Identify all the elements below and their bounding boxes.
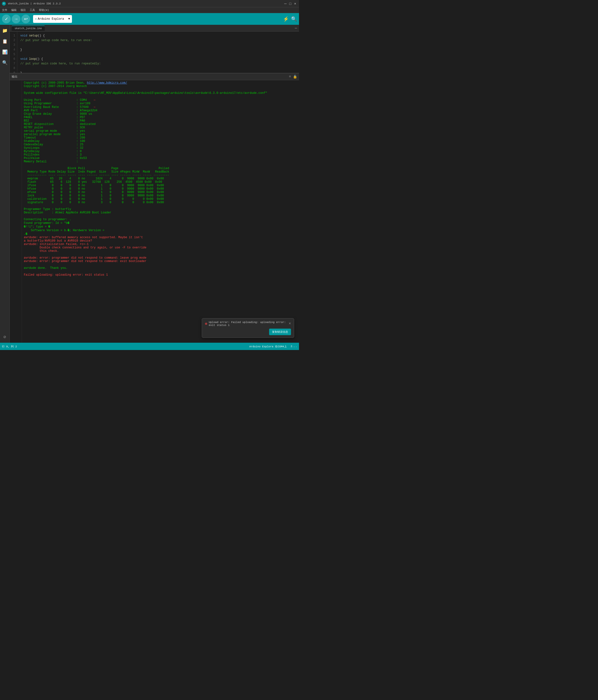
- output-line: AVR Part : ATmega32U4: [22, 109, 299, 112]
- output-label: 输出: [12, 75, 18, 79]
- output-line: serial program mode : yes: [22, 129, 299, 133]
- output-line: BS2 : PA0: [22, 119, 299, 123]
- menu-project[interactable]: 项目: [20, 8, 26, 12]
- toast-error-icon: ⊗: [205, 321, 207, 326]
- output-line: avrdude: initialization failed, rc=-1: [22, 243, 299, 246]
- output-line: Chip Erase delay : 9000 us: [22, 112, 299, 116]
- output-area: 输出 ≡ 🔒 Copyright (c) 2000-2005 Brian Dea…: [10, 73, 299, 343]
- output-line: Connecting to programmer: .: [22, 218, 299, 221]
- menu-tools[interactable]: 工具: [30, 8, 35, 12]
- output-line: Copyright (c) 2007-2014 Joerg Wunsch: [22, 84, 299, 88]
- status-position: 行 9, 列 2: [2, 345, 17, 348]
- output-line: .�: [22, 232, 299, 236]
- output-line: avrdude: error: programmer did not respo…: [22, 256, 299, 259]
- output-line: [22, 204, 299, 207]
- output-line: [22, 88, 299, 92]
- tab-more-button[interactable]: ⋯: [295, 26, 297, 31]
- serial-monitor-button[interactable]: ⚡: [283, 16, 289, 22]
- output-line: efuse 0 0 0 0 no 1 0 0 9000 9000 0x00 0x…: [22, 191, 299, 194]
- output-line: Programmer Type : butterfly: [22, 207, 299, 211]
- output-line: RETRY pulse : SCK: [22, 126, 299, 129]
- output-text-area[interactable]: Copyright (c) 2000-2005 Brian Dean, http…: [22, 80, 299, 343]
- output-line: SyncLoops : 32: [22, 146, 299, 150]
- toast-header: ⊗ Upload error: Failed uploading: upload…: [205, 321, 291, 327]
- output-line: [22, 163, 299, 167]
- board-selector[interactable]: ⬆ Arduino Esplora ▼: [33, 15, 72, 23]
- board-dropdown-icon: ▼: [68, 17, 70, 21]
- title-bar: A sketch_jun13a | Arduino IDE 2.3.2 ─ □ …: [0, 0, 299, 7]
- output-line: ByteDelay : 0: [22, 150, 299, 153]
- output-line: Timeout : 200: [22, 136, 299, 140]
- title-bar-controls[interactable]: ─ □ ×: [283, 2, 297, 6]
- board-icon: ⬆: [35, 17, 37, 21]
- sidebar-item-block[interactable]: ⊘: [1, 333, 9, 341]
- sidebar: 📁 📋 📊 🔍 ⊘: [0, 25, 10, 343]
- back-button[interactable]: ↩: [21, 15, 30, 23]
- output-gutter: [10, 80, 22, 343]
- output-line: CmdexeDelay : 25: [22, 143, 299, 146]
- minimize-button[interactable]: ─: [283, 2, 287, 6]
- board-name: Arduino Esplora: [38, 17, 64, 21]
- output-line: System wide configuration file is "C:\Us…: [22, 92, 299, 95]
- menu-edit[interactable]: 编辑: [11, 8, 17, 12]
- status-board: Arduino Esplora 在COM4上: [249, 345, 287, 348]
- main-area: sketch_jun13a.ino ⋯ 1 2 3 4 5 6 7 8 9 10…: [10, 25, 299, 343]
- title-bar-left: A sketch_jun13a | Arduino IDE 2.3.2: [2, 2, 61, 6]
- tab-bar: sketch_jun13a.ino ⋯: [10, 25, 299, 32]
- code-tab[interactable]: sketch_jun13a.ino: [12, 26, 45, 31]
- output-line: StabDelay : 100: [22, 140, 299, 143]
- output-line: avrdude: error: buffered memory access n…: [22, 236, 299, 239]
- code-content: 1 2 3 4 5 6 7 8 9 10 void setup() { // p…: [10, 32, 299, 73]
- app-icon: A: [2, 2, 6, 6]
- output-line: avrdude: error: programmer did not respo…: [22, 259, 299, 263]
- menu-help[interactable]: 帮助(H): [39, 8, 49, 12]
- code-editor[interactable]: void setup() { // put your setup code he…: [17, 32, 299, 73]
- output-line: lfuse 0 0 0 0 no 1 0 0 9000 9000 0x00 0x…: [22, 184, 299, 187]
- output-line: Using Programmer : avr109: [22, 102, 299, 105]
- verify-button[interactable]: ✓: [2, 15, 11, 23]
- close-button[interactable]: ×: [293, 2, 297, 6]
- status-indicator: 2...: [291, 345, 297, 348]
- output-menu-icon[interactable]: ≡: [289, 75, 291, 79]
- output-lock-icon[interactable]: 🔒: [293, 75, 297, 79]
- title-text: sketch_jun13a | Arduino IDE 2.3.2: [8, 2, 61, 5]
- output-line: RESET disposition : dedicated: [22, 123, 299, 126]
- output-line: eeprom 65 20 4 0 no 1024 4 0 9000 9000 0…: [22, 177, 299, 180]
- toast-message: Upload error: Failed uploading: uploadin…: [209, 321, 287, 327]
- maximize-button[interactable]: □: [288, 2, 292, 6]
- output-line: Overriding Baud Rate : 57600 ←: [22, 105, 299, 109]
- error-toast: ⊗ Upload error: Failed uploading: upload…: [202, 318, 294, 338]
- output-line: �!!i"; type = �: [22, 225, 299, 228]
- output-line: flash 65 6 128 0 yes 32768 128 256 4500 …: [22, 180, 299, 184]
- menu-file[interactable]: 文件: [2, 8, 7, 12]
- output-line: Copyright (c) 2000-2005 Brian Dean, http…: [22, 81, 299, 84]
- output-line: Double check connections and try again, …: [22, 246, 299, 249]
- output-line: Description : Atmel AppNote AVR109 Boot …: [22, 211, 299, 215]
- output-line: [22, 270, 299, 273]
- output-line: parallel program mode : yes: [22, 133, 299, 136]
- toolbar-right: ⚡ 🔍: [283, 16, 297, 22]
- code-area: sketch_jun13a.ino ⋯ 1 2 3 4 5 6 7 8 9 10…: [10, 25, 299, 73]
- output-line: hfuse 0 0 0 0 no 1 0 0 9000 9000 0x00 0x…: [22, 187, 299, 191]
- toast-close-button[interactable]: ×: [289, 322, 291, 326]
- search-button[interactable]: 🔍: [291, 16, 297, 22]
- upload-button[interactable]: →: [12, 15, 20, 23]
- output-line: Memory Type Mode Delay Size Indx Paged S…: [22, 170, 299, 174]
- tab-filename: sketch_jun13a.ino: [15, 27, 42, 30]
- output-header: 输出 ≡ 🔒: [10, 73, 299, 80]
- output-line: calibration 0 0 0 0 no 1 0 0 0 0 0x00 0x…: [22, 197, 299, 201]
- output-scroll-container: Copyright (c) 2000-2005 Brian Dean, http…: [10, 80, 299, 343]
- output-line: avrdude done. Thank you.: [22, 267, 299, 270]
- sidebar-item-folder[interactable]: 📁: [1, 27, 9, 34]
- copy-error-button[interactable]: 复制错误信息: [269, 329, 291, 335]
- sidebar-item-board[interactable]: 📋: [1, 38, 9, 45]
- output-line: [22, 95, 299, 98]
- output-line: this check.: [22, 249, 299, 253]
- toolbar: ✓ → ↩ ⬆ Arduino Esplora ▼ ⚡ 🔍: [0, 13, 299, 25]
- sidebar-item-debug[interactable]: 📊: [1, 48, 9, 56]
- output-line: Memory Detail :: [22, 160, 299, 163]
- output-line: signature 0 0 0 0 no 3 0 0 0 0 0x00 0x00: [22, 201, 299, 204]
- output-line: PAGEL : PD7: [22, 116, 299, 119]
- sidebar-item-search[interactable]: 🔍: [1, 59, 9, 67]
- status-bar: 行 9, 列 2 Arduino Esplora 在COM4上 2...: [0, 343, 299, 350]
